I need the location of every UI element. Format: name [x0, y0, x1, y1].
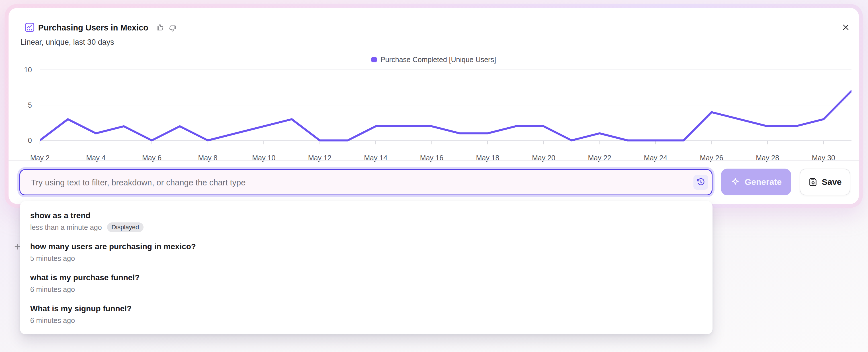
history-item-title: how many users are purchasing in mexico?: [30, 242, 702, 252]
history-item-meta: less than a minute agoDisplayed: [30, 223, 702, 231]
x-axis-tick-label: May 12: [300, 154, 340, 162]
text-caret: [29, 176, 29, 188]
x-axis-tick-label: May 14: [356, 154, 396, 162]
history-item-badge: Displayed: [107, 222, 144, 232]
history-item-meta: 6 minutes ago: [30, 285, 702, 294]
close-icon: [842, 23, 850, 31]
chart-series-line: [40, 66, 851, 144]
history-clock-icon: [696, 178, 705, 187]
history-item-title: What is my signup funnel?: [30, 304, 702, 314]
save-button-label: Save: [822, 177, 841, 187]
history-item-timestamp: 6 minutes ago: [30, 285, 75, 294]
history-item-meta: 5 minutes ago: [30, 254, 702, 263]
history-item[interactable]: what is my purchase funnel?6 minutes ago: [20, 268, 713, 299]
x-axis-tick-label: May 22: [580, 154, 620, 162]
x-axis-tick-label: May 16: [412, 154, 452, 162]
history-item[interactable]: show as a trendless than a minute agoDis…: [20, 205, 713, 237]
y-axis-tick-label: 0: [11, 136, 32, 145]
history-item-title: what is my purchase funnel?: [30, 273, 702, 283]
history-item[interactable]: What is my signup funnel?6 minutes ago: [20, 299, 713, 330]
prompt-input[interactable]: [30, 170, 687, 195]
history-item-timestamp: less than a minute ago: [30, 223, 102, 231]
save-file-icon: [808, 177, 818, 187]
x-axis-tick-label: May 6: [132, 154, 172, 162]
x-axis-tick-label: May 4: [76, 154, 116, 162]
generate-button-label: Generate: [745, 177, 782, 187]
section-divider: [8, 160, 859, 161]
x-axis-tick-label: May 24: [636, 154, 676, 162]
prompt-history-dropdown: show as a trendless than a minute agoDis…: [20, 201, 713, 334]
x-axis-tick-label: May 28: [748, 154, 787, 162]
sparkle-icon: [731, 177, 740, 187]
save-button[interactable]: Save: [800, 169, 850, 195]
history-button[interactable]: [693, 175, 708, 190]
history-item-title: show as a trend: [30, 211, 702, 220]
ai-prompt-field[interactable]: [19, 169, 713, 195]
x-axis-tick-label: May 18: [468, 154, 507, 162]
history-item[interactable]: how many users are purchasing in mexico?…: [20, 237, 713, 268]
history-item-timestamp: 6 minutes ago: [30, 316, 75, 325]
x-axis-tick-label: May 2: [20, 154, 60, 162]
x-axis-tick-label: May 8: [188, 154, 228, 162]
history-item-meta: 6 minutes ago: [30, 316, 702, 325]
x-axis-tick-label: May 10: [244, 154, 284, 162]
history-list: show as a trendless than a minute agoDis…: [20, 205, 713, 330]
x-axis-tick-label: May 26: [692, 154, 732, 162]
page: { "card": { "title": "Purchasing Users i…: [0, 0, 868, 352]
x-axis-tick-label: May 30: [804, 154, 843, 162]
y-axis-tick-label: 10: [11, 65, 32, 74]
history-item-timestamp: 5 minutes ago: [30, 254, 75, 263]
generate-button[interactable]: Generate: [721, 169, 791, 195]
y-axis-tick-label: 5: [11, 101, 32, 109]
close-button[interactable]: [838, 20, 853, 35]
x-axis-tick-label: May 20: [524, 154, 564, 162]
